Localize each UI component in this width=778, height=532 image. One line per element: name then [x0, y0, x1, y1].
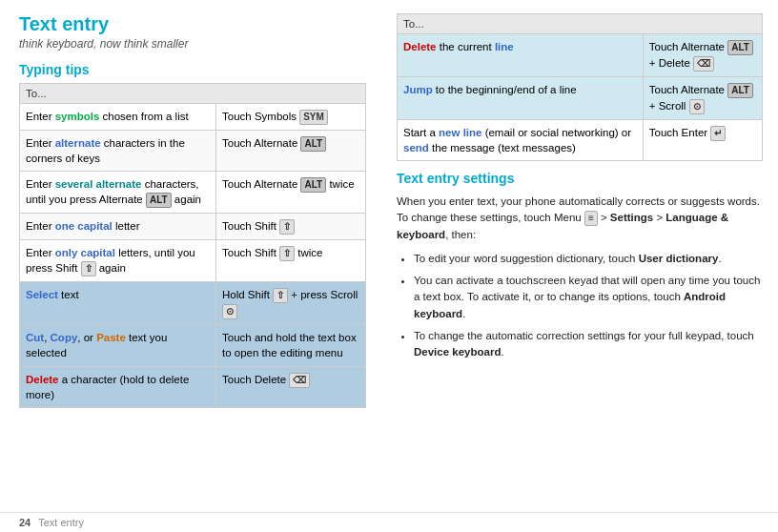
table-cell-action: Enter one capital letter	[20, 214, 216, 240]
highlight-line: line	[495, 41, 514, 52]
shift-key: ⇧	[279, 219, 295, 235]
table-header: To...	[20, 84, 366, 104]
table-cell-action: Enter only capital letters, until you pr…	[20, 240, 216, 282]
menu-key: ≡	[584, 211, 598, 226]
table-row-cut: Cut, Copy, or Paste text you selected To…	[20, 325, 366, 366]
table-cell-action-delete: Delete a character (hold to delete more)	[20, 366, 216, 407]
list-item: To edit your word suggestion dictionary,…	[414, 251, 763, 267]
table-row: Enter alternate characters in the corner…	[20, 131, 366, 172]
table-cell-instruction: Touch Alternate ALT	[216, 131, 366, 172]
user-dictionary-label: User dictionary	[639, 253, 719, 264]
right-column: To... Delete the current line Touch Alte…	[381, 0, 778, 512]
highlight-one-capital: one capital	[55, 220, 113, 232]
settings-title: Text entry settings	[397, 171, 763, 186]
table-cell-instruction-delete: Touch Delete ⌫	[216, 366, 366, 407]
page-subtitle: think keyboard, now think smaller	[19, 37, 366, 51]
scroll-key-jump: ⊙	[689, 99, 705, 114]
table-cell-newline-instruction: Touch Enter ↵	[643, 120, 762, 161]
footer-page-number: 24	[19, 517, 31, 528]
android-keyboard-label: Android keyboard	[414, 291, 726, 318]
table-row-newline: Start a new line (email or social networ…	[398, 120, 763, 161]
table-cell-action: Enter symbols chosen from a list	[20, 104, 216, 131]
table-cell-instruction: Touch Symbols SYM	[216, 104, 366, 131]
table-row-delete-line: Delete the current line Touch Alternate …	[398, 34, 763, 77]
table-cell-instruction: Touch Shift ⇧	[216, 214, 366, 240]
left-column: Text entry think keyboard, now think sma…	[0, 0, 381, 512]
alt-key: ALT	[300, 136, 326, 152]
alt-key2: ALT	[300, 177, 326, 193]
top-right-table: To... Delete the current line Touch Alte…	[397, 13, 763, 161]
shift-key-inline: ⇧	[81, 261, 96, 276]
table-cell-jump-instruction: Touch Alternate ALT + Scroll ⊙	[643, 77, 762, 120]
table-cell-instruction-cut: Touch and hold the text box to open the …	[216, 325, 366, 366]
highlight-several-alternate: several alternate	[55, 178, 142, 190]
delete-key: ⌫	[289, 373, 310, 388]
highlight-send: send	[403, 142, 429, 153]
highlight-jump: Jump	[403, 84, 433, 95]
settings-bullets: To edit your word suggestion dictionary,…	[397, 251, 763, 361]
highlight-copy: Copy	[51, 332, 78, 343]
table-row: Enter symbols chosen from a list Touch S…	[20, 104, 366, 131]
table-cell-newline-action: Start a new line (email or social networ…	[398, 120, 644, 161]
settings-menu-settings: Settings	[610, 212, 653, 223]
table-cell-action-cut: Cut, Copy, or Paste text you selected	[20, 325, 216, 366]
sym-key: SYM	[299, 110, 328, 125]
table-cell-action: Enter alternate characters in the corner…	[20, 131, 216, 172]
table-cell-action: Enter several alternate characters, unti…	[20, 172, 216, 214]
highlight-only-capital: only capital	[55, 247, 115, 258]
table-row-select: Select text Hold Shift ⇧ + press Scroll …	[20, 282, 366, 325]
footer-label: Text entry	[38, 517, 84, 528]
alt-key-inline: ALT	[146, 193, 172, 208]
settings-menu-language: Language & keyboard	[397, 212, 728, 239]
list-item: You can activate a touchscreen keyad tha…	[414, 273, 763, 322]
typing-tips-table: To... Enter symbols chosen from a list T…	[19, 83, 366, 408]
highlight-delete-line: Delete	[403, 41, 437, 52]
delete-key-dl: ⌫	[693, 56, 714, 72]
highlight-delete: Delete	[26, 374, 59, 385]
highlight-new-line: new line	[439, 127, 481, 138]
table-cell-jump-action: Jump to the beginning/end of a line	[398, 77, 644, 120]
table-cell-instruction: Touch Shift ⇧ twice	[216, 240, 366, 282]
device-keyboard-label: Device keyboard	[414, 346, 501, 358]
page-title: Text entry	[19, 13, 366, 35]
table-cell-delete-line-instruction: Touch Alternate ALT + Delete ⌫	[643, 34, 762, 77]
alt-key-dl: ALT	[727, 40, 753, 55]
page-footer: 24 Text entry	[0, 512, 778, 532]
shift-key3: ⇧	[273, 288, 288, 303]
right-table-header: To...	[398, 14, 763, 34]
alt-key-jump: ALT	[727, 83, 753, 98]
scroll-key: ⊙	[222, 304, 237, 319]
enter-key: ↵	[710, 126, 726, 141]
shift-key2: ⇧	[279, 246, 295, 261]
highlight-symbols: symbols	[55, 111, 100, 122]
highlight-select: Select	[26, 289, 58, 300]
table-row: Enter several alternate characters, unti…	[20, 172, 366, 214]
table-row: Enter only capital letters, until you pr…	[20, 240, 366, 282]
table-cell-instruction: Touch Alternate ALT twice	[216, 172, 366, 214]
highlight-paste: Paste	[96, 332, 126, 343]
highlight-cut: Cut	[26, 332, 44, 343]
highlight-alternate: alternate	[55, 137, 101, 149]
table-row-jump: Jump to the beginning/end of a line Touc…	[398, 77, 763, 120]
list-item: To change the automatic correction setti…	[414, 328, 763, 361]
table-row: Enter one capital letter Touch Shift ⇧	[20, 214, 366, 240]
table-row-delete-char: Delete a character (hold to delete more)…	[20, 366, 366, 407]
settings-intro: When you enter text, your phone automati…	[397, 194, 763, 243]
table-cell-delete-line-action: Delete the current line	[398, 34, 644, 77]
table-cell-instruction-select: Hold Shift ⇧ + press Scroll ⊙	[216, 282, 366, 325]
typing-tips-title: Typing tips	[19, 62, 366, 77]
table-cell-action-select: Select text	[20, 282, 216, 325]
